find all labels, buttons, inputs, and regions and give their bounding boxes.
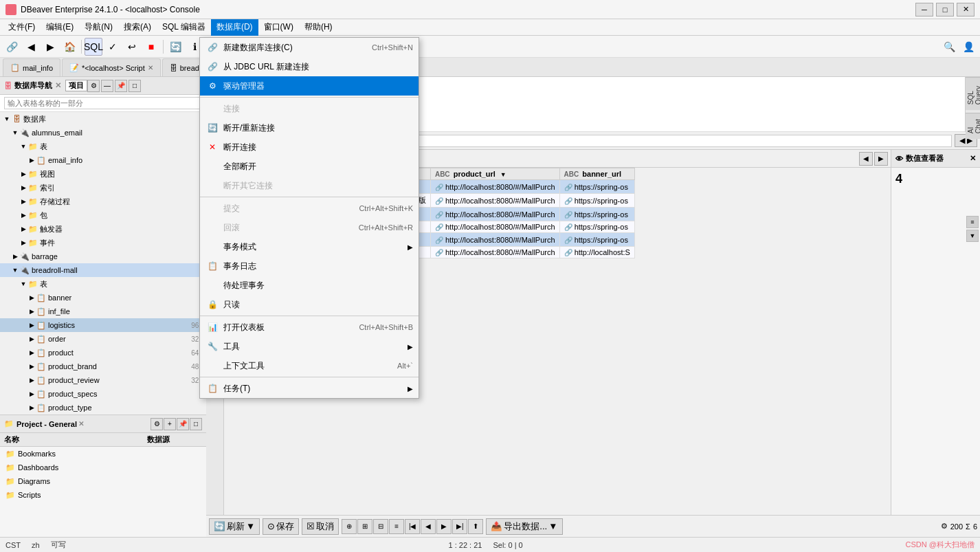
triggers-toggle[interactable]: ▶ [19, 225, 27, 233]
cell-4-banner-url[interactable]: 🔗 https://spring-os [559, 221, 634, 233]
tree-table-inf-file[interactable]: ▶ 📋 inf_file [0, 305, 206, 318]
project-item-bookmarks[interactable]: 📁 Bookmarks [0, 447, 206, 461]
tree-conn-alumnus[interactable]: ▼ 🔌 alumnus_email [0, 126, 206, 140]
banner-toggle[interactable]: ▶ [27, 294, 36, 302]
cell-1-product-url[interactable]: 🔗 http://localhost:8080/#/MallPurch [430, 180, 559, 194]
nav-first[interactable]: |◀ [405, 519, 420, 534]
menu-help[interactable]: 帮助(H) [299, 19, 338, 36]
tree-indexes-alumnus[interactable]: ▶ 📁 索引 [0, 181, 206, 195]
tree-table-product-specs[interactable]: ▶ 📋 product_specs [0, 387, 206, 401]
right-icon-1[interactable]: ≡ [966, 216, 979, 228]
toolbar-home[interactable]: 🏠 [60, 38, 78, 56]
cell-5-product-url[interactable]: 🔗 http://localhost:8080/#/MallPurch [430, 233, 559, 247]
cell-2-banner-url[interactable]: 🔗 https://spring-os [559, 194, 634, 208]
tree-table-folder-alumnus[interactable]: ▼ 📁 表 [0, 140, 206, 153]
breadroll-toggle[interactable]: ▼ [11, 266, 19, 274]
menu-nav[interactable]: 导航(N) [79, 19, 118, 36]
order-toggle[interactable]: ▶ [27, 335, 36, 343]
sql-query-builder-btn[interactable]: SQL Query Builder [966, 77, 980, 110]
tree-conn-breadroll[interactable]: ▼ 🔌 breadroll-mall [0, 263, 206, 277]
tree-packages-alumnus[interactable]: ▶ 📁 包 [0, 208, 206, 222]
ai-chat-btn[interactable]: AI Chat [966, 113, 980, 139]
tab-script[interactable]: 📝 *<localhost> Script ✕ [62, 58, 161, 76]
toolbar-back[interactable]: ◀ [22, 38, 40, 56]
product-specs-toggle[interactable]: ▶ [27, 390, 36, 398]
nav-delete-row[interactable]: ⊟ [373, 519, 388, 534]
nav-upload[interactable]: ⬆ [468, 519, 483, 534]
menu-transaction-mode[interactable]: 事务模式 ▶ [200, 237, 419, 256]
tree-table-logistics[interactable]: ▶ 📋 logistics 96K [0, 318, 206, 332]
project-item-diagrams[interactable]: 📁 Diagrams [0, 474, 206, 488]
menu-new-db-connection[interactable]: 🔗 新建数据库连接(C) Ctrl+Shift+N [200, 38, 419, 57]
panel-collapse-btn[interactable]: — [101, 80, 113, 92]
tree-table-folder-breadroll[interactable]: ▼ 📁 表 [0, 277, 206, 291]
nav-add-row[interactable]: ⊕ [342, 519, 357, 534]
right-icon-2[interactable]: ▼ [966, 230, 979, 242]
events-toggle[interactable]: ▶ [19, 239, 27, 247]
menu-open-dashboard[interactable]: 📊 打开仪表板 Ctrl+Alt+Shift+B [200, 318, 419, 337]
menu-window[interactable]: 窗口(W) [258, 19, 299, 36]
tree-table-product-review[interactable]: ▶ 📋 product_review 32K [0, 373, 206, 387]
product-toggle[interactable]: ▶ [27, 349, 36, 357]
cell-6-banner-url[interactable]: 🔗 http://localhost:S [559, 247, 634, 258]
db-nav-tab2[interactable]: 项目 [65, 80, 87, 91]
save-btn[interactable]: ⊙ 保存 [263, 518, 299, 535]
cell-5-banner-url[interactable]: 🔗 https://spring-os [559, 233, 634, 247]
th-banner-url[interactable]: ABC banner_url [559, 168, 634, 180]
project-settings-btn[interactable]: ⚙ [151, 418, 163, 430]
procs-toggle[interactable]: ▶ [19, 197, 27, 206]
menu-disconnect-all[interactable]: 全部断开 [200, 157, 419, 176]
alumnus-toggle[interactable]: ▼ [11, 129, 19, 137]
dt-next-btn[interactable]: ▶ [874, 152, 888, 166]
tree-conn-barrage[interactable]: ▶ 🔌 barrage [0, 250, 206, 263]
views-toggle[interactable]: ▶ [19, 170, 27, 178]
project-item-scripts[interactable]: 📁 Scripts [0, 488, 206, 502]
menu-pending-transactions[interactable]: 待处理事务 [200, 276, 419, 295]
tree-root-databases[interactable]: ▼ 🗄 数据库 [0, 112, 206, 126]
nav-expand[interactable]: ≡ [389, 519, 404, 534]
cell-3-product-url[interactable]: 🔗 http://localhost:8080/#/MallPurch [430, 208, 559, 221]
toolbar-refresh[interactable]: 🔄 [166, 38, 184, 56]
menu-edit[interactable]: 编辑(E) [41, 19, 79, 36]
close-button[interactable]: ✕ [957, 3, 975, 16]
product-review-toggle[interactable]: ▶ [27, 376, 36, 384]
panel-settings-btn[interactable]: ⚙ [87, 80, 100, 92]
barrage-toggle[interactable]: ▶ [11, 252, 19, 261]
logistics-toggle[interactable]: ▶ [27, 321, 36, 329]
toolbar-rollback[interactable]: ↩ [123, 38, 141, 56]
menu-context-tools[interactable]: 上下文工具 Alt+` [200, 356, 419, 375]
project-close-icon[interactable]: ✕ [78, 420, 84, 428]
menu-disconnect[interactable]: ✕ 断开连接 [200, 137, 419, 157]
toolbar-profile[interactable]: 👤 [959, 38, 977, 56]
breadroll-table-toggle[interactable]: ▼ [19, 280, 27, 288]
tab-script-close[interactable]: ✕ [148, 64, 153, 71]
indexes-toggle[interactable]: ▶ [19, 184, 27, 192]
toolbar-new-connection[interactable]: 🔗 [3, 38, 21, 56]
root-toggle[interactable]: ▼ [3, 115, 11, 123]
cell-3-banner-url[interactable]: 🔗 https://spring-os [559, 208, 634, 221]
tree-table-product[interactable]: ▶ 📋 product 64K [0, 346, 206, 360]
cell-6-product-url[interactable]: 🔗 http://localhost:8080/#/MallPurch [430, 247, 559, 258]
nav-prev[interactable]: ◀ [421, 519, 436, 534]
tree-events-alumnus[interactable]: ▶ 📁 事件 [0, 236, 206, 250]
toolbar-forward[interactable]: ▶ [41, 38, 59, 56]
tab-mail-info[interactable]: 📋 mail_info [3, 58, 60, 76]
cell-1-banner-url[interactable]: 🔗 https://spring-os [559, 180, 634, 194]
tree-table-order[interactable]: ▶ 📋 order 32K [0, 332, 206, 346]
minimize-button[interactable]: ─ [915, 3, 933, 16]
maximize-button[interactable]: □ [936, 3, 954, 16]
alumnus-table-toggle[interactable]: ▼ [19, 142, 27, 151]
menu-transaction-log[interactable]: 📋 事务日志 [200, 256, 419, 276]
th-product-url[interactable]: ABC product_url ▼ [430, 168, 559, 180]
email-info-toggle[interactable]: ▶ [27, 156, 36, 164]
tree-table-product-type[interactable]: ▶ 📋 product_type [0, 401, 206, 415]
nav-last[interactable]: ▶| [452, 519, 467, 534]
product-brand-toggle[interactable]: ▶ [27, 362, 36, 371]
nav-copy-row[interactable]: ⊞ [357, 519, 372, 534]
toolbar-commit[interactable]: ✓ [104, 38, 122, 56]
inf-file-toggle[interactable]: ▶ [27, 307, 36, 316]
menu-sql[interactable]: SQL 编辑器 [157, 19, 211, 36]
toolbar-search-global[interactable]: 🔍 [940, 38, 958, 56]
menu-reconnect[interactable]: 🔄 断开/重新连接 [200, 118, 419, 137]
cancel-btn[interactable]: ☒ 取消 [302, 518, 339, 535]
